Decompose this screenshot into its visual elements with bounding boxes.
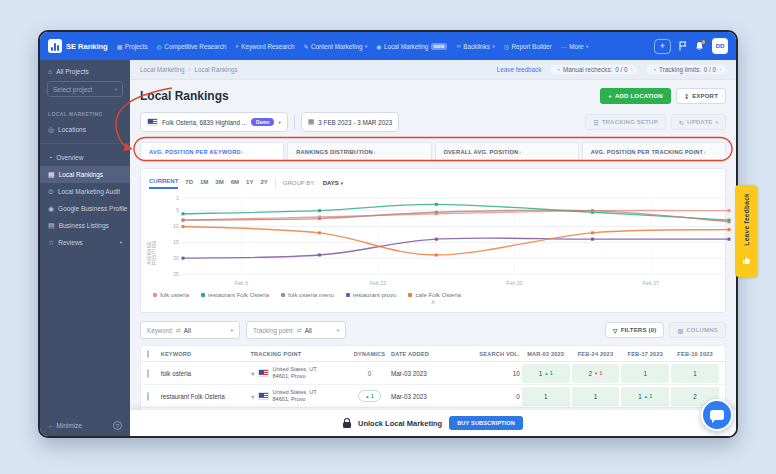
minimize-sidebar-button[interactable]: ← Minimize	[48, 422, 82, 429]
sidebar-item-google-business-profile[interactable]: ◉Google Business Profile	[40, 200, 130, 217]
series-color-dot	[408, 293, 412, 297]
keyword-cell: folk osteria	[161, 370, 251, 377]
breadcrumb-local-marketing[interactable]: Local Marketing	[140, 66, 184, 73]
app-window: SE Ranking ▦Projects ◎Competitive Resear…	[38, 30, 738, 438]
gauge-icon: ◔	[652, 67, 656, 73]
legend-item[interactable]: folk osteria menu	[281, 292, 334, 298]
period-3m[interactable]: 3M	[215, 179, 223, 188]
tab-avg-position-per-keyword[interactable]: AVG. POSITION PER KEYWORDi	[140, 142, 284, 162]
chevron-down-icon: ▾	[120, 240, 122, 245]
sliders-icon: ☰	[593, 119, 599, 126]
tab-rankings-distribution[interactable]: RANKINGS DISTRIBUTIONi	[287, 142, 431, 162]
period-2y[interactable]: 2Y	[260, 179, 267, 188]
columns-button[interactable]: ▥COLUMNS	[669, 322, 726, 338]
select-all-checkbox[interactable]	[147, 350, 149, 358]
sidebar-all-projects[interactable]: ⌂ All Projects	[40, 60, 130, 81]
rankings-chart-svg[interactable]: 1510152025Feb 6Feb 13Feb 20Feb 27	[159, 193, 737, 288]
nav-item-projects[interactable]: ▦Projects	[117, 43, 148, 50]
chat-widget-button[interactable]	[701, 399, 733, 431]
chevron-down-icon: ▾	[341, 181, 343, 186]
divider	[275, 178, 276, 188]
svg-text:5: 5	[176, 207, 179, 213]
legend-item[interactable]: folk osteria	[153, 292, 189, 298]
add-location-button[interactable]: +ADD LOCATION	[600, 88, 671, 104]
tracking-limits-chip[interactable]: ◔ Tracking limits: 0 / 0 i	[647, 65, 726, 74]
legend-item[interactable]: restaurant Folk Osteria	[201, 292, 269, 298]
select-project-dropdown[interactable]: Select project▾	[47, 81, 123, 97]
location-selector[interactable]: Folk Osteria, 6839 Highland ... Demo ▾	[140, 112, 288, 132]
star-icon: ☆	[48, 239, 54, 247]
svg-text:15: 15	[173, 239, 179, 245]
info-mark: i	[704, 150, 705, 155]
group-by-dropdown[interactable]: DAYS▾	[323, 180, 343, 186]
nav-item-backlinks[interactable]: ∞Backlinks▾	[456, 43, 494, 50]
manual-rechecks-chip[interactable]: ◔ Manual rechecks: 0 / 0 i	[551, 65, 637, 74]
content-marketing-icon: ✎	[303, 43, 308, 50]
nav-item-report-builder[interactable]: ◷Report Builder	[504, 43, 552, 50]
rank-cell: 11	[522, 364, 570, 383]
chevron-down-icon: ▾	[337, 328, 339, 333]
download-icon: ↧	[684, 93, 689, 100]
row-checkbox[interactable]	[147, 369, 149, 378]
sidebar-item-local-rankings[interactable]: ▦Local Rankings	[40, 166, 130, 183]
nav-item-competitive-research[interactable]: ◎Competitive Research	[157, 43, 227, 50]
series-color-dot	[281, 293, 285, 297]
sidebar-item-local-marketing-audit[interactable]: ⊙Local Marketing Audit	[40, 183, 130, 200]
rankings-icon: ▦	[48, 171, 55, 179]
flag-icon[interactable]	[679, 41, 687, 51]
sidebar-item-business-listings[interactable]: ▤Business Listings	[40, 217, 130, 234]
rank-cell: 1	[522, 387, 570, 406]
table-row[interactable]: folk osteria ➤ United States, UT,84601, …	[141, 362, 725, 385]
us-flag-icon	[258, 392, 269, 400]
nav-item-keyword-research[interactable]: ⌖Keyword Research	[235, 43, 294, 50]
filters-button[interactable]: ▽FILTERS (0)	[605, 322, 665, 338]
tracking-point-cell: ➤ United States, UT,84601, Provo	[250, 366, 348, 380]
backlinks-icon: ∞	[456, 43, 460, 49]
period-6m[interactable]: 6M	[231, 179, 239, 188]
help-icon[interactable]: ?	[113, 421, 122, 430]
sidebar-item-locations[interactable]: ◎Locations	[40, 121, 130, 138]
leave-feedback-tab[interactable]: Leave feedback	[735, 185, 757, 277]
keyword-filter-dropdown[interactable]: Keyword: ⇄ All ▾	[140, 321, 240, 339]
sidebar-item-reviews[interactable]: ☆Reviews▾	[40, 234, 130, 251]
user-avatar[interactable]: DD	[712, 38, 728, 54]
chevron-down-icon: ▾	[586, 44, 588, 49]
tab-overall-avg-position[interactable]: OVERALL AVG. POSITIONi	[435, 142, 579, 162]
se-ranking-logo[interactable]: SE Ranking	[48, 39, 108, 53]
demo-badge: Demo	[251, 118, 274, 126]
svg-text:20: 20	[173, 255, 179, 261]
projects-icon: ▦	[117, 43, 123, 50]
period-7d[interactable]: 7D	[185, 179, 193, 188]
period-1y[interactable]: 1Y	[246, 179, 253, 188]
sidebar-divider	[40, 143, 130, 144]
update-button[interactable]: ↻UPDATE▾	[671, 114, 726, 130]
rank-cell: 1	[572, 387, 620, 406]
table-row[interactable]: restaurant Folk Osteria ➤ United States,…	[141, 385, 725, 408]
info-mark: i	[632, 67, 633, 72]
collapse-chart-chevron[interactable]: ∧	[149, 298, 717, 306]
nav-item-more[interactable]: ⋯More▾	[561, 43, 589, 50]
buy-subscription-button[interactable]: BUY SUBSCRIPTION	[449, 416, 523, 430]
tracking-point-filter-dropdown[interactable]: Tracking point: ⇄ All ▾	[246, 321, 346, 339]
period-current[interactable]: CURRENT	[149, 178, 178, 189]
chevron-down-icon: ▾	[365, 44, 367, 49]
tab-avg-position-per-tracking-point[interactable]: AVG. POSITION PER TRACKING POINTi	[582, 142, 726, 162]
lock-icon	[343, 422, 351, 428]
date-range-picker[interactable]: ▦ 3 FEB 2023 - 3 MAR 2023	[301, 112, 399, 132]
series-color-dot	[346, 293, 350, 297]
nav-item-content-marketing[interactable]: ✎Content Marketing▾	[303, 43, 367, 50]
audit-icon: ⊙	[48, 188, 54, 196]
legend-item[interactable]: restaurant provo	[346, 292, 397, 298]
sidebar-section-label: LOCAL MARKETING	[40, 105, 130, 121]
sidebar-item-overview[interactable]: ◔Overview	[40, 149, 130, 166]
nav-item-local-marketing[interactable]: ◉Local MarketingNEW	[376, 43, 447, 50]
tracking-setup-button[interactable]: ☰TRACKING SETUP	[585, 114, 666, 130]
row-checkbox[interactable]	[147, 392, 149, 401]
export-button[interactable]: ↧EXPORT	[676, 88, 726, 104]
add-button[interactable]: +	[654, 39, 671, 54]
dynamics-pill: 1	[358, 390, 381, 402]
period-1m[interactable]: 1M	[200, 179, 208, 188]
notifications-bell-icon[interactable]	[695, 41, 704, 51]
leave-feedback-link[interactable]: Leave feedback	[497, 66, 541, 73]
brand-bars-icon	[48, 39, 62, 53]
